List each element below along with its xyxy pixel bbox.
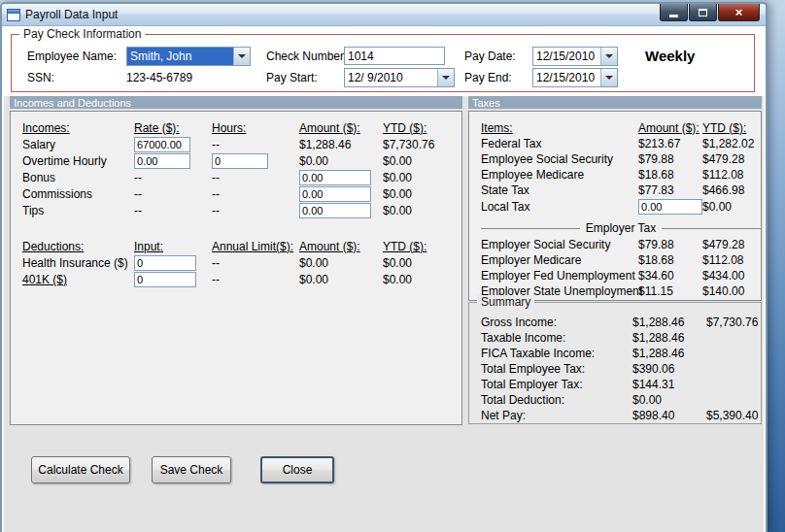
summary-amount: $390.06 (632, 362, 706, 376)
chevron-down-icon (605, 54, 613, 58)
titlebar[interactable]: Payroll Data Input × (2, 4, 766, 26)
summary-amount: $144.31 (632, 378, 706, 391)
tax-row-state: State Tax $77.83 $466.98 (481, 183, 761, 198)
summary-label-text: Net Pay: (481, 409, 632, 422)
employee-name-dropdown-button[interactable] (233, 48, 250, 65)
pay-start-datepicker[interactable]: 12/ 9/2010 (344, 68, 455, 87)
summary-row-fica-taxable-income: FICA Taxable Income: $1,288.46 (481, 346, 761, 361)
overtime-rate-input[interactable] (134, 153, 190, 169)
maximize-button[interactable] (689, 4, 717, 21)
summary-row-taxable-income: Taxable Income: $1,288.46 (481, 330, 761, 346)
tax-amount: $79.88 (638, 238, 702, 251)
tax-row-employer-social-security: Employer Social Security $79.88 $479.28 (481, 237, 761, 252)
payroll-window: Payroll Data Input × Pay Check Informati… (0, 2, 768, 532)
tax-ytd: $434.00 (702, 269, 761, 283)
tax-row-federal: Federal Tax $213.67 $1,282.02 (481, 136, 761, 151)
employer-tax-subheader: Employer Tax (580, 221, 662, 235)
incomes-deductions-body: Incomes: Rate ($): Hours: Amount ($): YT… (10, 111, 462, 425)
minimize-icon (669, 15, 678, 17)
summary-amount: $1,288.46 (632, 316, 706, 329)
income-label: Tips (22, 204, 134, 217)
close-icon: × (735, 6, 743, 18)
summary-label-text: Total Deduction: (481, 393, 632, 407)
save-check-button[interactable]: Save Check (152, 456, 231, 483)
amount-col-header: Amount ($): (299, 121, 383, 135)
deduction-row-health-insurance: Health Insurance ($) -- $0.00 $0.00 (22, 254, 461, 271)
tips-amount-input[interactable] (299, 203, 371, 218)
pay-end-datepicker[interactable]: 12/15/2010 (532, 68, 618, 87)
taxes-header: Taxes (468, 96, 762, 109)
pay-start-label: Pay Start: (266, 71, 318, 84)
lower-panel: Incomes and Deductions Taxes Incomes: Ra… (4, 96, 764, 532)
ytd-col-header: YTD ($): (383, 240, 461, 253)
health-insurance-limit: -- (212, 256, 299, 270)
amount-401k: $0.00 (299, 273, 383, 286)
health-insurance-input[interactable] (134, 255, 196, 271)
desktop: { "window": { "title": "Payroll Data Inp… (0, 0, 785, 532)
bonus-ytd: $0.00 (383, 171, 461, 184)
input-401k[interactable] (134, 272, 196, 287)
amount-col-header: Amount ($): (299, 240, 383, 253)
pay-date-dropdown-button[interactable] (600, 48, 617, 65)
pay-date-label: Pay Date: (464, 50, 516, 63)
ssn-value: 123-45-6789 (126, 71, 192, 84)
salary-amount: $1,288.46 (299, 138, 383, 151)
summary-row-total-employer-tax: Total Employer Tax: $144.31 (481, 377, 761, 392)
commissions-ytd: $0.00 (383, 187, 461, 201)
overtime-hours-input[interactable] (212, 153, 268, 169)
employee-name-value: Smith, John (127, 48, 233, 65)
tips-rate: -- (134, 204, 212, 217)
summary-label-text: Taxable Income: (481, 331, 632, 345)
tax-label: Employer Medicare (481, 253, 638, 267)
incomes-deductions-header: Incomes and Deductions (10, 96, 462, 109)
pay-start-dropdown-button[interactable] (437, 69, 454, 86)
income-label: Commissions (22, 187, 134, 201)
summary-row-gross-income: Gross Income: $1,288.46 $7,730.76 (481, 315, 761, 330)
tax-label: Employer Social Security (481, 238, 638, 251)
bonus-amount-input[interactable] (299, 170, 371, 185)
incomes-col-header: Incomes: (22, 121, 134, 135)
tax-label: Employee Medicare (481, 168, 638, 182)
summary-ytd: $5,390.40 (706, 409, 761, 422)
summary-row-total-deduction: Total Deduction: $0.00 (481, 392, 761, 408)
pay-end-value: 12/15/2010 (533, 69, 600, 86)
minimize-button[interactable] (660, 4, 688, 21)
ytd-col-header: YTD ($): (383, 121, 461, 135)
local-tax-input[interactable] (638, 199, 702, 215)
pay-end-dropdown-button[interactable] (600, 69, 617, 86)
window-title: Payroll Data Input (25, 8, 118, 21)
check-number-input[interactable] (344, 47, 445, 65)
calculate-check-button[interactable]: Calculate Check (31, 456, 130, 483)
deductions-col-header: Deductions: (22, 240, 134, 253)
employee-name-label: Employee Name: (27, 50, 117, 63)
income-label: Salary (22, 138, 134, 151)
health-insurance-ytd: $0.00 (383, 256, 461, 270)
summary-label-text: Total Employer Tax: (481, 378, 632, 391)
hours-col-header: Hours: (212, 121, 299, 135)
commissions-amount-input[interactable] (299, 186, 371, 202)
salary-hours: -- (212, 138, 299, 151)
employee-name-combobox[interactable]: Smith, John (126, 47, 251, 66)
divider-line (662, 228, 761, 229)
tax-row-local: Local Tax $0.00 (481, 198, 761, 216)
summary-group: Summary Gross Income: $1,288.46 $7,730.7… (468, 302, 762, 424)
taxes-header-row: Items: Amount ($): YTD ($): (481, 119, 761, 136)
limit-401k: -- (212, 273, 299, 286)
tax-amount: $79.88 (638, 152, 702, 166)
overtime-ytd: $0.00 (383, 154, 461, 168)
close-check-button[interactable]: Close (260, 456, 334, 483)
check-number-label: Check Number: (266, 50, 347, 63)
window-client-area: Pay Check Information Employee Name: Smi… (2, 26, 766, 532)
summary-amount: $898.40 (632, 409, 706, 422)
rate-col-header: Rate ($): (134, 121, 212, 135)
income-row-tips: Tips -- -- $0.00 (22, 202, 461, 218)
tax-ytd: $112.08 (702, 253, 761, 267)
ssn-label: SSN: (27, 71, 54, 84)
close-button[interactable]: × (718, 4, 760, 21)
salary-rate-input[interactable] (134, 137, 190, 152)
pay-date-datepicker[interactable]: 12/15/2010 (532, 47, 618, 66)
tax-amount: $213.67 (638, 137, 702, 150)
app-icon (7, 9, 20, 21)
tax-label: Local Tax (481, 200, 638, 214)
bonus-hours: -- (212, 171, 299, 184)
